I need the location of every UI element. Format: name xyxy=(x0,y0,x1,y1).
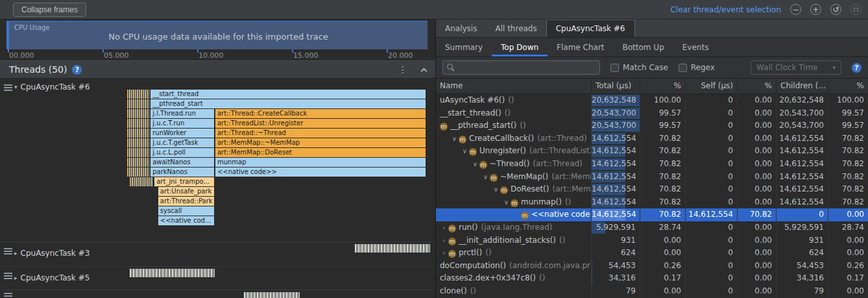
expand-arrow-icon[interactable]: ▾ xyxy=(14,84,18,90)
flame-bar[interactable]: runWorker xyxy=(151,129,214,138)
column-header-name[interactable]: Name xyxy=(436,79,592,93)
column-header-total-s[interactable]: Total (µs) xyxy=(592,79,640,93)
flame-dense-calls-bar[interactable] xyxy=(127,168,149,177)
table-row[interactable]: ›mrun()(java.lang.Thread)5,929,59128.740… xyxy=(436,221,868,234)
thread-activity-bar[interactable] xyxy=(244,292,300,298)
flame-bar[interactable]: parkNanos xyxy=(151,168,214,177)
flame-dense-calls-bar[interactable] xyxy=(130,177,153,186)
flame-dense-calls-bar[interactable] xyxy=(127,90,149,99)
flame-bar[interactable]: __start_thread xyxy=(151,90,426,99)
drag-handle-icon[interactable] xyxy=(4,293,12,294)
search-box[interactable] xyxy=(442,60,600,75)
thread-activity-bar[interactable] xyxy=(130,269,215,277)
column-header-item[interactable]: % xyxy=(738,79,777,93)
cell-children: 624 xyxy=(777,247,828,260)
column-header-item[interactable]: % xyxy=(640,79,686,93)
zoom-to-selection-icon[interactable] xyxy=(850,4,862,15)
zoom-in-icon[interactable]: + xyxy=(810,4,821,15)
tab-cpuasynctask-6[interactable]: CpuAsyncTask #6 xyxy=(546,19,635,37)
table-row[interactable]: doComputation()(android.com.java.pr54,45… xyxy=(436,260,868,273)
table-row[interactable]: m<<native code14,612,55470.8214,612,5547… xyxy=(436,208,868,221)
clear-selection-link[interactable]: Clear thread/event selection xyxy=(670,5,781,14)
cell-self: 0 xyxy=(686,285,738,298)
flame-dense-calls-bar[interactable] xyxy=(127,148,149,157)
drag-handle-icon[interactable] xyxy=(4,84,12,86)
thread-row-cpuasynctask-5[interactable]: ▸CpuAsyncTask #5 xyxy=(0,267,435,290)
help-icon[interactable]: ? xyxy=(72,65,82,75)
cell-total-pct: 0.00 xyxy=(640,247,686,260)
match-case-checkbox[interactable] xyxy=(610,64,619,72)
flame-bar[interactable]: <<native code>> xyxy=(215,168,426,177)
table-row[interactable]: __start_thread()()20,543,70099.5700.0020… xyxy=(436,107,868,120)
flame-bar[interactable]: awaitNanos xyxy=(151,158,214,167)
flame-bar[interactable]: art::MemMap::~MemMap xyxy=(215,138,426,147)
drag-handle-icon[interactable] xyxy=(4,248,12,249)
flame-bar[interactable]: art::Thread::CreateCallback xyxy=(215,109,426,118)
expand-arrow-icon[interactable]: ▸ xyxy=(14,250,18,256)
column-header-self-s[interactable]: Self (µs) xyxy=(686,79,738,93)
subtab-events[interactable]: Events xyxy=(673,38,718,56)
reset-zoom-icon[interactable]: ↺ xyxy=(830,4,841,15)
flame-bar[interactable]: art::Thread::~Thread xyxy=(215,129,426,138)
cell-value: 20,543,700 xyxy=(779,121,824,130)
drag-handle-icon[interactable] xyxy=(4,273,12,274)
thread-row-partial[interactable] xyxy=(0,290,435,298)
flame-bar[interactable]: art:Thread::Park xyxy=(158,197,214,206)
flame-bar[interactable]: art:Unsafe_park xyxy=(158,187,214,196)
flame-dense-calls-bar[interactable] xyxy=(127,119,149,128)
column-header-children[interactable]: Children (... xyxy=(777,79,828,93)
flame-bar[interactable]: syscall xyxy=(158,206,214,216)
column-header-item[interactable]: % xyxy=(828,79,868,93)
regex-option[interactable]: Regex xyxy=(679,63,715,72)
regex-checkbox[interactable] xyxy=(679,64,687,72)
flame-bar[interactable]: j.u.c.L.poll xyxy=(151,148,214,157)
subtab-summary[interactable]: Summary xyxy=(436,38,492,56)
thread-activity-bar[interactable] xyxy=(355,244,430,253)
thread-row-cpuasynctask-3[interactable]: ▸CpuAsyncTask #3 xyxy=(0,242,435,267)
table-row[interactable]: ∨mCreateCallback()(art::Thread)14,612,55… xyxy=(436,132,868,145)
table-row[interactable]: ∨mDoReset()(art::MemM14,612,55470.8200.0… xyxy=(436,183,868,196)
clock-type-dropdown[interactable]: Wall Clock Time ▾ xyxy=(751,60,841,75)
flame-bar[interactable]: art::ThreadList::Unregister xyxy=(215,119,426,128)
kebab-menu-icon[interactable]: ⋮ xyxy=(398,64,407,75)
cpu-usage-panel[interactable]: CPU Usage No CPU usage data available fo… xyxy=(6,21,428,49)
table-row[interactable]: uAsyncTask #6()()20,632,548100.0000.0020… xyxy=(436,94,868,107)
search-input[interactable] xyxy=(459,63,596,72)
flame-bar[interactable]: <<native cod... xyxy=(158,216,214,225)
table-row[interactable]: ›m__init_additional_stacks()()9310.0000.… xyxy=(436,234,868,247)
help-icon[interactable]: ? xyxy=(852,63,862,73)
table-row[interactable]: ∨mUnregister()(art::ThreadList)14,612,55… xyxy=(436,145,868,158)
collapse-panel-icon[interactable] xyxy=(421,68,428,74)
flame-bar[interactable]: art::MemMap::DoReset xyxy=(215,148,426,157)
subtab-flame-chart[interactable]: Flame Chart xyxy=(548,38,613,56)
flame-dense-calls-bar[interactable] xyxy=(127,158,149,167)
flame-dense-calls-bar[interactable] xyxy=(127,129,149,138)
flame-bar[interactable]: __pthread_start xyxy=(151,99,426,108)
table-row[interactable]: ∨m~Thread()(art::Thread)14,612,55470.820… xyxy=(436,158,868,171)
cell-value: 0.00 xyxy=(754,172,772,181)
table-row[interactable]: m__pthread_start()()20,543,70099.5700.00… xyxy=(436,119,868,132)
flame-bar[interactable]: j.u.c.T.run xyxy=(151,119,214,128)
table-row[interactable]: ∨mmunmap()()14,612,55470.8200.0014,612,5… xyxy=(436,196,868,209)
flame-bar[interactable]: art_jni_trampo... xyxy=(154,177,214,186)
flame-dense-calls-bar[interactable] xyxy=(127,138,149,147)
table-row[interactable]: clone()()790.0000.00790.00 xyxy=(436,285,868,298)
cell-children: 14,612,554 xyxy=(777,158,828,171)
subtab-bottom-up[interactable]: Bottom Up xyxy=(614,38,673,56)
collapse-frames-button[interactable]: Collapse frames xyxy=(13,3,86,17)
flame-bar[interactable]: j.u.c.T.getTask xyxy=(151,138,214,147)
thread-row-cpuasynctask-6[interactable]: ▾CpuAsyncTask #6 __start_thread__pthread… xyxy=(0,79,435,242)
tab-all-threads[interactable]: All threads xyxy=(486,19,546,37)
subtab-top-down[interactable]: Top Down xyxy=(492,38,548,56)
zoom-out-icon[interactable]: − xyxy=(790,4,801,15)
flame-bar[interactable]: munmap xyxy=(215,158,426,167)
method-name: munmap() xyxy=(521,197,562,206)
table-row[interactable]: ›mprctl()()6240.0000.006240.00 xyxy=(436,247,868,260)
expand-arrow-icon[interactable]: ▸ xyxy=(14,275,18,281)
flame-dense-calls-bar[interactable] xyxy=(127,99,149,108)
table-row[interactable]: ∨m~MemMap()(art::MemM14,612,55470.8200.0… xyxy=(436,171,868,184)
flame-bar[interactable]: j.l.Thread.run xyxy=(151,109,214,118)
flame-dense-calls-bar[interactable] xyxy=(127,109,149,118)
table-row[interactable]: classes2.dex+0x347c8()()34,3160.1700.003… xyxy=(436,272,868,285)
match-case-option[interactable]: Match Case xyxy=(610,63,668,72)
